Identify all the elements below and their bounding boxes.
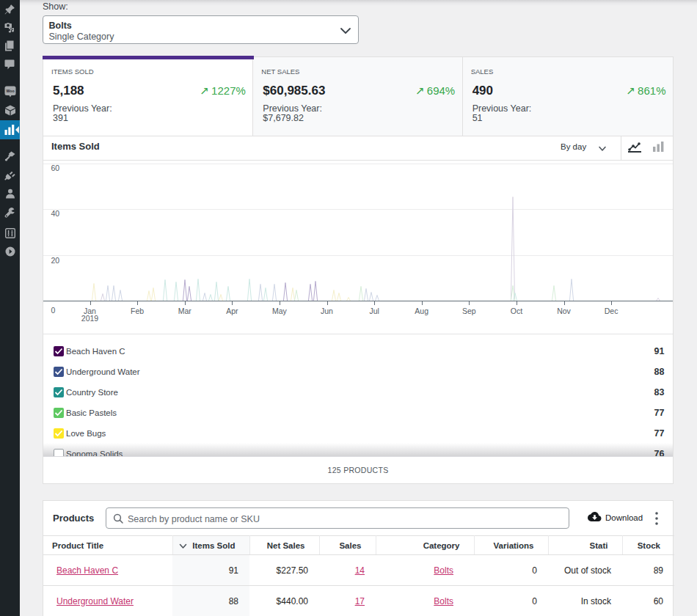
svg-text:Woo: Woo: [6, 89, 14, 93]
